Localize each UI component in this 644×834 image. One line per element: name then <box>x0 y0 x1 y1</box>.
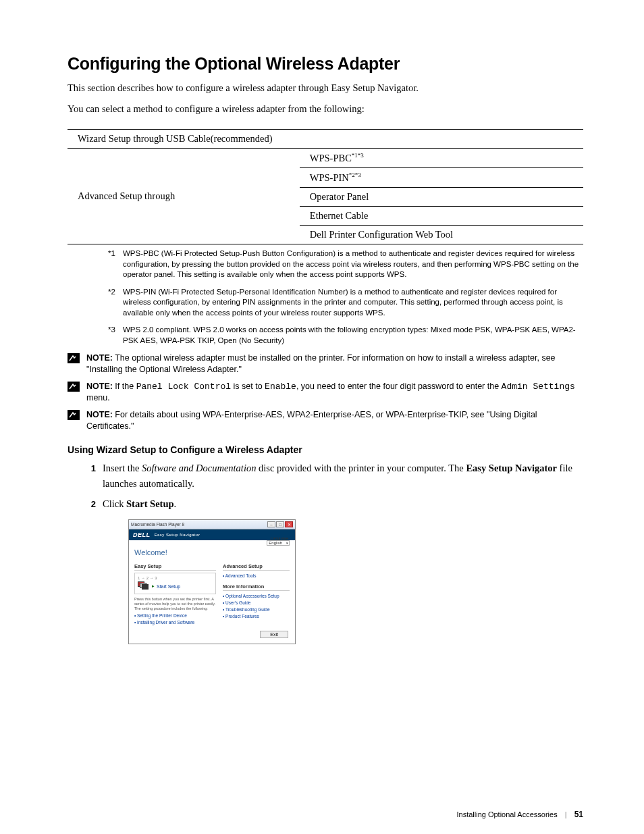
note-3-text: For details about using WPA-Enterprise-A… <box>86 410 537 431</box>
window-titlebar: Macromedia Flash Player 8 – □ ✕ <box>129 520 295 529</box>
easy-setup-hint: Press this button when you set the print… <box>134 597 216 610</box>
wps-pin-text: WPS-PIN <box>310 172 349 183</box>
note-label: NOTE: <box>86 410 113 419</box>
page-title: Configuring the Optional Wireless Adapte… <box>68 54 583 74</box>
more-info-title: More Information <box>223 583 290 591</box>
more-link-2[interactable]: User's Guide <box>223 600 290 605</box>
footnote-2-num: *2 <box>108 287 123 319</box>
intro-paragraph-1: This section describes how to configure … <box>68 80 583 96</box>
footnote-2-text: WPS-PIN (Wi-Fi Protected Setup-Personal … <box>123 287 583 319</box>
footer-section: Installing Optional Accessories <box>456 810 557 818</box>
note-2-code2: Enable <box>265 382 296 392</box>
note-1-text: The optional wireless adapter must be in… <box>86 353 556 374</box>
operator-panel-cell: Operator Panel <box>300 188 583 207</box>
step-2-bold: Start Setup <box>126 498 174 509</box>
start-setup-icon <box>138 581 150 591</box>
easy-link-2[interactable]: Installing Driver and Software <box>134 620 216 625</box>
easy-setup-box: 1 → 2 → 3 ▸ Start Setup <box>134 573 216 594</box>
note-label: NOTE: <box>86 353 113 363</box>
app-subtitle: Easy Setup Navigator <box>155 533 200 537</box>
close-button[interactable]: ✕ <box>285 521 293 527</box>
minimize-button[interactable]: – <box>267 521 275 527</box>
note-label: NOTE: <box>86 382 113 391</box>
note-1: NOTE: The optional wireless adapter must… <box>68 353 583 375</box>
step-1-a: Insert the <box>103 463 142 473</box>
step-2-b: . <box>174 498 177 509</box>
note-2-mid2: , you need to enter the four digit passw… <box>296 382 502 391</box>
easy-link-1[interactable]: Setting the Printer Device <box>134 613 216 618</box>
wps-pbc-text: WPS-PBC <box>310 153 352 163</box>
wps-pbc-cell: WPS-PBC*1*3 <box>300 149 583 168</box>
note-icon <box>68 382 80 392</box>
exit-button[interactable]: Exit <box>260 631 288 638</box>
steps-list: 1 Insert the Software and Documentation … <box>68 461 583 511</box>
adv-link-1[interactable]: Advanced Tools <box>223 573 290 578</box>
wps-pin-cell: WPS-PIN*2*3 <box>300 168 583 188</box>
subheading: Using Wizard Setup to Configure a Wirele… <box>68 444 583 455</box>
methods-table: Wizard Setup through USB Cable(recommend… <box>68 129 583 244</box>
window-title: Macromedia Flash Player 8 <box>131 522 184 527</box>
language-row: Language: English <box>134 536 290 546</box>
footnote-3-num: *3 <box>108 325 123 346</box>
svg-rect-0 <box>68 353 80 363</box>
note-2-code3: Admin Settings <box>502 382 575 392</box>
step-1-b: disc provided with the printer in your c… <box>256 463 466 473</box>
language-select[interactable]: English <box>267 540 290 546</box>
page-number: 51 <box>574 810 583 819</box>
wps-pbc-sup: *1*3 <box>352 152 364 159</box>
note-icon <box>68 410 80 420</box>
more-link-1[interactable]: Optional Accessories Setup <box>223 594 290 598</box>
note-2-mid1: is set to <box>231 382 265 391</box>
step-1-body: Insert the Software and Documentation di… <box>103 461 583 491</box>
step-2-number: 2 <box>88 496 103 511</box>
easy-setup-title: Easy Setup <box>134 563 216 571</box>
ethernet-cell: Ethernet Cable <box>300 207 583 226</box>
svg-rect-1 <box>68 382 80 392</box>
easy-links: Setting the Printer Device Installing Dr… <box>134 613 216 625</box>
more-link-4[interactable]: Product Features <box>223 614 290 619</box>
maximize-button[interactable]: □ <box>276 521 284 527</box>
step-2-body: Click Start Setup. <box>103 496 583 511</box>
svg-rect-2 <box>68 410 80 420</box>
footnote-1-text: WPS-PBC (Wi-Fi Protected Setup-Push Butt… <box>123 249 583 280</box>
dell-logo: DELL <box>133 531 151 538</box>
step-1-bold: Easy Setup Navigator <box>466 463 557 473</box>
advanced-setup-title: Advanced Setup <box>223 563 290 571</box>
note-2-code1: Panel Lock Control <box>136 382 231 392</box>
footnote-1-num: *1 <box>108 249 123 280</box>
page-footer: Installing Optional Accessories | 51 <box>456 810 583 819</box>
advanced-setup-label: Advanced Setup through <box>68 149 300 244</box>
more-link-3[interactable]: Troubleshooting Guide <box>223 607 290 612</box>
step-2-a: Click <box>103 498 126 509</box>
step-1-number: 1 <box>88 461 103 491</box>
wps-pin-sup: *2*3 <box>349 172 361 178</box>
intro-paragraph-2: You can select a method to configure a w… <box>68 101 583 117</box>
welcome-heading: Welcome! <box>134 548 290 556</box>
footnotes: *1 WPS-PBC (Wi-Fi Protected Setup-Push B… <box>68 249 583 346</box>
note-2: NOTE: If the Panel Lock Control is set t… <box>68 381 583 404</box>
note-3: NOTE: For details about using WPA-Enterp… <box>68 409 583 432</box>
note-2-post: menu. <box>86 393 110 402</box>
footnote-3-text: WPS 2.0 compliant. WPS 2.0 works on acce… <box>123 325 583 346</box>
wizard-setup-cell: Wizard Setup through USB Cable(recommend… <box>68 130 583 149</box>
start-setup-link[interactable]: Start Setup <box>157 584 180 589</box>
steps-123: 1 → 2 → 3 <box>138 576 213 580</box>
note-icon <box>68 353 80 363</box>
step-1-italic: Software and Documentation <box>142 463 256 473</box>
easy-setup-navigator-window: Macromedia Flash Player 8 – □ ✕ DELL Eas… <box>128 519 296 644</box>
webtool-cell: Dell Printer Configuration Web Tool <box>300 226 583 244</box>
note-2-pre: If the <box>113 382 136 391</box>
